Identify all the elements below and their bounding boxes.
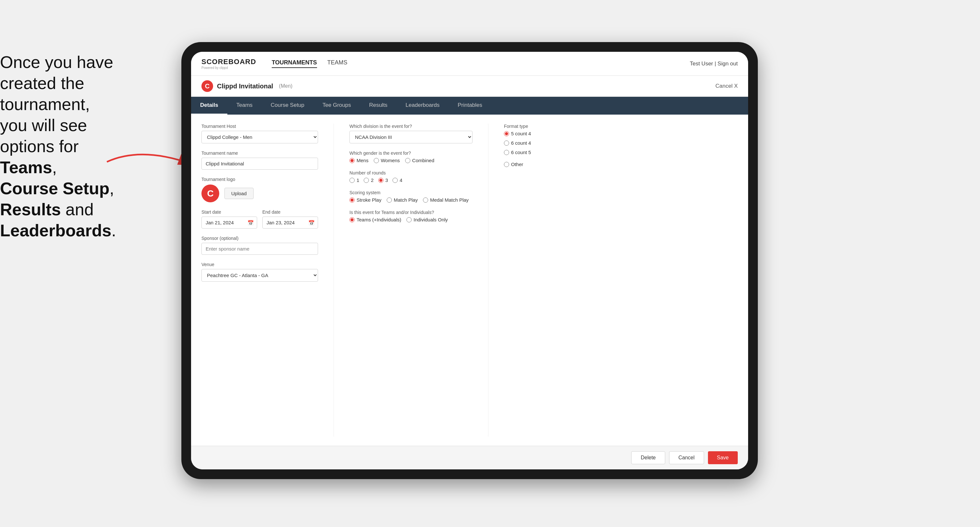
scoring-label: Scoring system [350, 190, 473, 195]
gender-mens[interactable]: Mens [350, 158, 369, 163]
bottom-bar: Delete Cancel Save [191, 446, 748, 469]
tournament-icon: C [202, 80, 213, 92]
nav-user: Test User | Sign out [690, 60, 738, 67]
format-group: Format type 5 count 4 6 count 4 6 count … [504, 124, 738, 167]
scoring-medal-match[interactable]: Medal Match Play [423, 197, 469, 203]
col-middle: Which division is the event for? NCAA Di… [350, 124, 473, 437]
host-group: Tournament Host Clippd College - Men [202, 124, 318, 143]
user-sign-out[interactable]: Test User | Sign out [690, 60, 738, 67]
start-date-wrap: 📅 [202, 217, 257, 229]
col-left: Tournament Host Clippd College - Men Tou… [202, 124, 318, 437]
nav-link-teams[interactable]: TEAMS [328, 59, 347, 68]
top-nav: SCOREBOARD Powered by clippd TOURNAMENTS… [191, 52, 748, 76]
logo-group: Tournament logo C Upload [202, 177, 318, 202]
name-label: Tournament name [202, 151, 318, 156]
tab-course-setup[interactable]: Course Setup [262, 97, 313, 114]
upload-button[interactable]: Upload [224, 188, 254, 199]
tournament-title-area: C Clippd Invitational (Men) [202, 80, 293, 92]
division-select[interactable]: NCAA Division III [350, 131, 473, 143]
tab-tee-groups[interactable]: Tee Groups [313, 97, 360, 114]
logo-text: SCOREBOARD [202, 58, 256, 66]
venue-label: Venue [202, 262, 318, 267]
date-row: Start date 📅 End date 📅 [202, 210, 318, 229]
sponsor-label: Sponsor (optional) [202, 236, 318, 241]
sponsor-group: Sponsor (optional) [202, 236, 318, 255]
tournament-header: C Clippd Invitational (Men) Cancel X [191, 76, 748, 97]
team-group: Is this event for Teams and/or Individua… [350, 210, 473, 222]
rounds-1[interactable]: 1 [350, 178, 359, 183]
tab-leaderboards[interactable]: Leaderboards [396, 97, 449, 114]
col-right: Format type 5 count 4 6 count 4 6 count … [504, 124, 738, 437]
rounds-radio-group: 1 2 3 4 [350, 178, 473, 183]
nav-links: TOURNAMENTS TEAMS [272, 59, 347, 68]
name-input[interactable] [202, 158, 318, 170]
name-group: Tournament name [202, 151, 318, 170]
format-5count4[interactable]: 5 count 4 [504, 131, 738, 136]
tab-results[interactable]: Results [360, 97, 397, 114]
format-label: Format type [504, 124, 738, 129]
tablet-frame: SCOREBOARD Powered by clippd TOURNAMENTS… [181, 42, 758, 479]
end-date-wrap: 📅 [262, 217, 318, 229]
team-individuals[interactable]: Individuals Only [406, 217, 448, 222]
format-6count5[interactable]: 6 count 5 [504, 149, 738, 155]
division-label: Which division is the event for? [350, 124, 473, 129]
calendar-icon-end: 📅 [308, 219, 315, 225]
division-group: Which division is the event for? NCAA Di… [350, 124, 473, 143]
rounds-3[interactable]: 3 [378, 178, 388, 183]
tablet-screen: SCOREBOARD Powered by clippd TOURNAMENTS… [191, 52, 748, 469]
cancel-bottom-button[interactable]: Cancel [669, 451, 704, 464]
gender-womens[interactable]: Womens [374, 158, 400, 163]
scoring-group: Scoring system Stroke Play Match Play Me… [350, 190, 473, 203]
end-date-group: End date 📅 [262, 210, 318, 229]
end-date-label: End date [262, 210, 318, 214]
scoring-radio-group: Stroke Play Match Play Medal Match Play [350, 197, 473, 203]
venue-select[interactable]: Peachtree GC - Atlanta - GA [202, 269, 318, 282]
format-other[interactable]: Other [504, 162, 523, 167]
tournament-name: Clippd Invitational [217, 83, 273, 90]
tournament-gender: (Men) [279, 83, 293, 89]
rounds-label: Number of rounds [350, 170, 473, 175]
tab-bar: Details Teams Course Setup Tee Groups Re… [191, 97, 748, 114]
nav-link-tournaments[interactable]: TOURNAMENTS [272, 59, 317, 68]
start-date-label: Start date [202, 210, 257, 214]
nav-left: SCOREBOARD Powered by clippd TOURNAMENTS… [202, 58, 347, 70]
main-content: Tournament Host Clippd College - Men Tou… [191, 114, 748, 446]
host-label: Tournament Host [202, 124, 318, 129]
delete-button[interactable]: Delete [631, 451, 665, 464]
rounds-group: Number of rounds 1 2 3 4 [350, 170, 473, 183]
rounds-4[interactable]: 4 [393, 178, 402, 183]
host-select[interactable]: Clippd College - Men [202, 131, 318, 143]
logo-sub: Powered by clippd [202, 66, 256, 70]
team-radio-group: Teams (+Individuals) Individuals Only [350, 217, 473, 222]
rounds-2[interactable]: 2 [364, 178, 374, 183]
calendar-icon-start: 📅 [247, 219, 254, 225]
format-6count4[interactable]: 6 count 4 [504, 140, 738, 146]
scoring-match[interactable]: Match Play [387, 197, 418, 203]
col-divider-1 [334, 124, 334, 437]
col-divider-2 [488, 124, 488, 437]
start-date-group: Start date 📅 [202, 210, 257, 229]
gender-group: Which gender is the event for? Mens Wome… [350, 151, 473, 163]
tab-details[interactable]: Details [191, 97, 228, 114]
team-label: Is this event for Teams and/or Individua… [350, 210, 473, 215]
venue-group: Venue Peachtree GC - Atlanta - GA [202, 262, 318, 282]
format-radio-group: 5 count 4 6 count 4 6 count 5 Other [504, 131, 738, 167]
cancel-top-button[interactable]: Cancel X [715, 83, 738, 89]
tab-printables[interactable]: Printables [449, 97, 491, 114]
logo-area: SCOREBOARD Powered by clippd [202, 58, 256, 70]
gender-combined[interactable]: Combined [405, 158, 434, 163]
logo-upload-area: C Upload [202, 184, 318, 202]
save-button[interactable]: Save [708, 451, 738, 464]
sponsor-input[interactable] [202, 243, 318, 255]
gender-radio-group: Mens Womens Combined [350, 158, 473, 163]
scoring-stroke[interactable]: Stroke Play [350, 197, 382, 203]
gender-label: Which gender is the event for? [350, 151, 473, 156]
logo-preview: C [202, 184, 219, 202]
tab-teams[interactable]: Teams [228, 97, 262, 114]
team-teams[interactable]: Teams (+Individuals) [350, 217, 401, 222]
logo-label: Tournament logo [202, 177, 318, 182]
